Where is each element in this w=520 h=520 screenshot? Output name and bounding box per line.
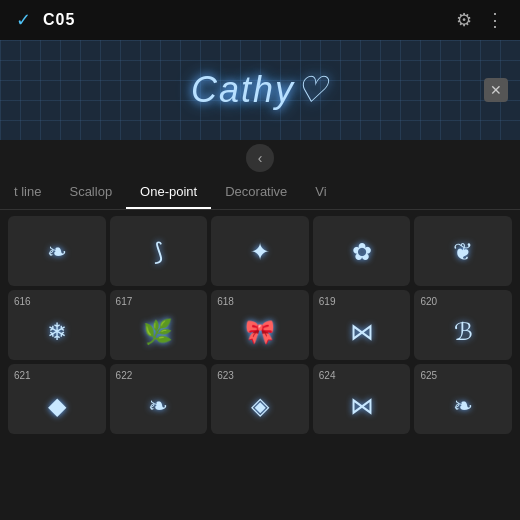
list-item[interactable]: 616 ❄ — [8, 290, 106, 360]
tab-onepoint[interactable]: One-point — [126, 176, 211, 209]
last-row: 626 ✿ 627 ★ 628 ✦ 629 ☆ 630 ✩ — [0, 516, 520, 520]
list-item[interactable]: ⟆ — [110, 216, 208, 286]
file-title: C05 — [43, 11, 75, 29]
back-button[interactable]: ‹ — [246, 144, 274, 172]
cell-symbol: ⋈ — [350, 381, 374, 430]
cell-symbol: ❄ — [47, 307, 67, 356]
tabs: t line Scallop One-point Decorative Vi — [0, 176, 520, 210]
cell-symbol: ❦ — [453, 222, 473, 282]
tab-vi[interactable]: Vi — [301, 176, 340, 209]
cell-number: 622 — [114, 370, 133, 381]
cell-symbol: ❧ — [453, 381, 473, 430]
cell-number: 621 — [12, 370, 31, 381]
list-item[interactable]: ✿ — [313, 216, 411, 286]
cell-number: 617 — [114, 296, 133, 307]
preview-text: Cathy♡ — [191, 69, 329, 111]
tab-stline[interactable]: t line — [0, 176, 55, 209]
list-item[interactable]: ✦ — [211, 216, 309, 286]
cell-number: 623 — [215, 370, 234, 381]
tab-decorative[interactable]: Decorative — [211, 176, 301, 209]
list-item[interactable]: 618 🎀 — [211, 290, 309, 360]
cell-symbol: ⋈ — [350, 307, 374, 356]
list-item[interactable]: 623 ◈ — [211, 364, 309, 434]
bottom-section: 626 ✿ 627 ★ 628 ✦ 629 ☆ 630 ✩ 601 — [0, 516, 520, 520]
gear-icon[interactable]: ⚙ — [456, 9, 472, 31]
grid-container: ❧ ⟆ ✦ ✿ ❦ 616 ❄ 617 🌿 618 🎀 — [8, 216, 512, 434]
list-item[interactable]: 622 ❧ — [110, 364, 208, 434]
cell-number: 619 — [317, 296, 336, 307]
more-options-icon[interactable]: ⋮ — [486, 9, 504, 31]
back-row: ‹ — [0, 140, 520, 176]
list-item[interactable]: 624 ⋈ — [313, 364, 411, 434]
list-item[interactable]: ❧ — [8, 216, 106, 286]
cell-symbol: 🎀 — [245, 307, 275, 356]
cell-symbol: ⟆ — [154, 222, 163, 282]
cell-symbol: 🌿 — [143, 307, 173, 356]
cell-symbol: ◈ — [251, 381, 269, 430]
cell-number: 620 — [418, 296, 437, 307]
clear-button[interactable]: ✕ — [484, 78, 508, 102]
list-item[interactable]: 620 ℬ — [414, 290, 512, 360]
cell-symbol: ❧ — [148, 381, 168, 430]
preview-area: Cathy♡ ✕ — [0, 40, 520, 140]
cell-symbol: ✦ — [250, 222, 270, 282]
list-item[interactable]: 625 ❧ — [414, 364, 512, 434]
list-item[interactable]: ❦ — [414, 216, 512, 286]
cell-number: 625 — [418, 370, 437, 381]
list-item[interactable]: 617 🌿 — [110, 290, 208, 360]
cell-symbol: ◆ — [48, 381, 66, 430]
cell-number: 616 — [12, 296, 31, 307]
check-icon[interactable]: ✓ — [16, 9, 31, 31]
list-item[interactable]: 621 ◆ — [8, 364, 106, 434]
cell-number: 618 — [215, 296, 234, 307]
top-bar: ✓ C05 ⚙ ⋮ — [0, 0, 520, 40]
cell-symbol: ✿ — [352, 222, 372, 282]
cell-symbol: ℬ — [454, 307, 473, 356]
tab-scallop[interactable]: Scallop — [55, 176, 126, 209]
top-bar-left: ✓ C05 — [16, 9, 75, 31]
top-bar-right: ⚙ ⋮ — [456, 9, 504, 31]
symbol-grid: ❧ ⟆ ✦ ✿ ❦ 616 ❄ 617 🌿 618 🎀 — [0, 210, 520, 516]
cell-number: 624 — [317, 370, 336, 381]
list-item[interactable]: 619 ⋈ — [313, 290, 411, 360]
cell-symbol: ❧ — [47, 222, 67, 282]
